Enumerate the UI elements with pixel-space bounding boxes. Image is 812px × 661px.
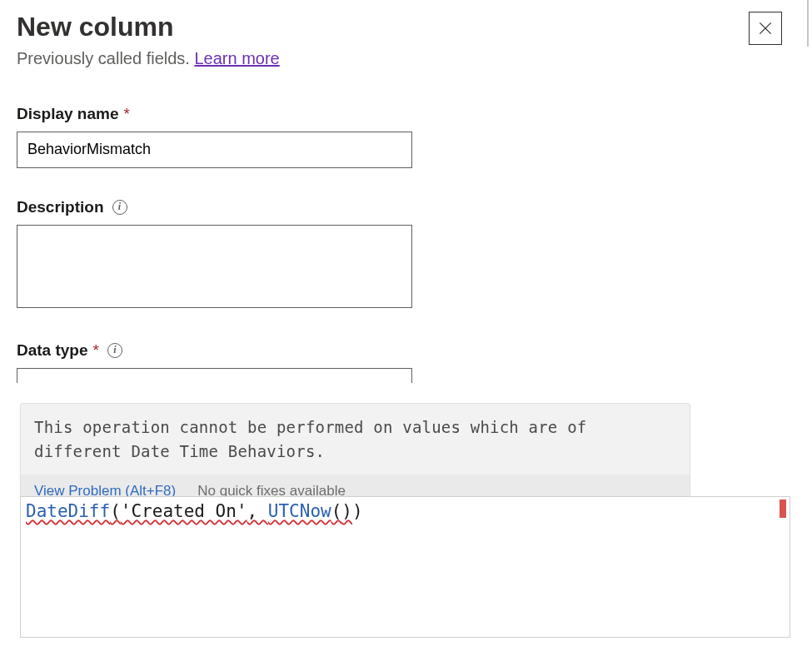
description-group: Description i [17,198,795,311]
display-name-group: Display name * [17,105,795,168]
close-button[interactable] [749,12,782,45]
formula-fn-utcnow: UTCNow [268,501,331,521]
display-name-input[interactable] [17,132,412,168]
new-column-panel: New column Previously called fields. Lea… [0,0,812,661]
formula-text: DateDiff('Created On', UTCNow()) [26,500,363,522]
data-type-select[interactable] [17,368,412,383]
display-name-label-text: Display name [17,105,119,123]
editor-scrollbar-error-marker[interactable] [780,499,786,518]
page-title: New column [17,12,280,42]
formula-paren-close2: ) [341,501,352,521]
formula-arg-createdon: 'Created On' [121,501,247,521]
header-text-block: New column Previously called fields. Lea… [17,12,280,68]
description-label: Description i [17,198,795,216]
required-indicator: * [93,341,99,360]
panel-header: New column Previously called fields. Lea… [17,12,795,68]
problem-hover-tooltip: This operation cannot be performed on va… [20,403,690,509]
learn-more-link[interactable]: Learn more [194,49,279,67]
panel-right-border [807,0,809,47]
tooltip-message: This operation cannot be performed on va… [21,404,690,475]
description-label-text: Description [17,198,104,216]
formula-paren-open: ( [110,501,121,521]
info-icon[interactable]: i [107,343,122,358]
page-subtitle: Previously called fields. Learn more [17,49,280,68]
formula-comma: , [247,501,268,521]
data-type-label: Data type * i [17,341,795,360]
description-input[interactable] [17,225,412,308]
formula-editor[interactable]: DateDiff('Created On', UTCNow()) [20,496,790,638]
data-type-group: Data type * i [17,341,795,383]
data-type-label-text: Data type [17,341,88,360]
info-icon[interactable]: i [112,200,127,215]
formula-paren-open2: ( [331,501,342,521]
subtitle-prefix: Previously called fields. [17,49,194,67]
display-name-label: Display name * [17,105,795,123]
formula-fn-datediff: DateDiff [26,501,110,521]
required-indicator: * [124,105,130,123]
close-icon [757,20,774,37]
formula-paren-close: ) [352,501,363,521]
